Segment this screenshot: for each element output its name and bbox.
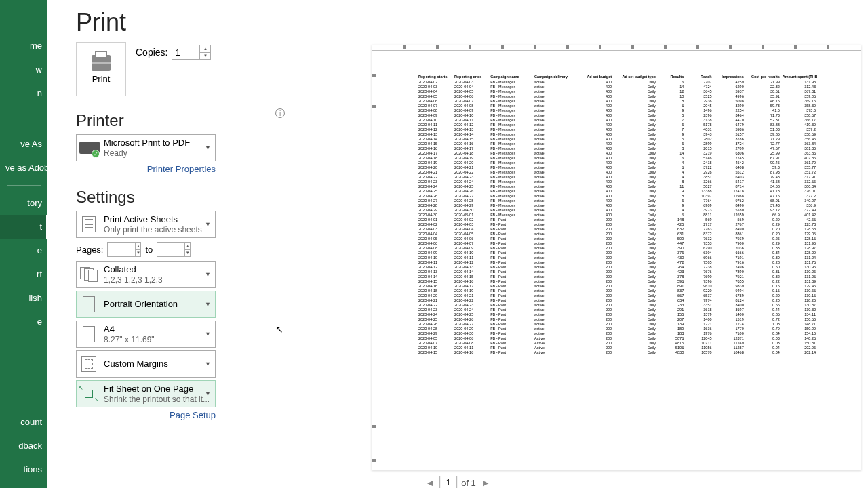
table-row: 2020-04-202020-04-21FB - Messagesactive4… — [417, 165, 817, 169]
table-row: 2020-04-262020-04-27FB - Messagesactive4… — [417, 193, 817, 198]
print-scope-picker[interactable]: Print Active SheetsOnly print the active… — [76, 211, 216, 238]
table-row: 2020-04-292020-04-30FB - Messagesactive4… — [417, 207, 817, 212]
table-row: 2020-04-152020-04-16FB - PostActive200Da… — [417, 350, 817, 354]
printer-picker[interactable]: ✓ Microsoft Print to PDFReady ▼ — [76, 134, 216, 161]
printer-icon — [92, 55, 111, 71]
sidebar-item[interactable]: tory — [0, 191, 47, 215]
table-row: 2020-04-232020-04-24FB - Postactive200Da… — [417, 307, 817, 312]
table-row: 2020-04-052020-04-06FB - Messagesactive4… — [417, 94, 817, 98]
preview-sheet: Reporting startsReporting endsCampaign n… — [417, 74, 817, 460]
table-row: 2020-04-162020-04-17FB - Postactive200Da… — [417, 283, 817, 288]
table-row: 2020-04-242020-04-25FB - Postactive200Da… — [417, 312, 817, 317]
table-row: 2020-04-072020-04-08FB - PostActive200Da… — [417, 340, 817, 345]
table-row: 2020-04-172020-04-18FB - Messagesactive4… — [417, 150, 817, 155]
printer-info-icon[interactable]: i — [275, 108, 285, 118]
pages-to-spinner[interactable]: ▲▼ — [157, 242, 191, 257]
table-row: 2020-04-212020-04-22FB - Messagesactive4… — [417, 169, 817, 174]
table-row: 2020-04-192020-04-20FB - Messagesactive4… — [417, 160, 817, 165]
sidebar-item[interactable]: ve as Adobe F — [0, 156, 47, 180]
sidebar-item[interactable]: count — [0, 410, 47, 434]
settings-heading: Settings — [76, 188, 279, 207]
table-row: 2020-04-292020-04-30FB - Postactive200Da… — [417, 331, 817, 336]
sidebar-item[interactable]: rt — [0, 262, 47, 286]
print-button[interactable]: Print — [76, 42, 126, 96]
prev-page-icon[interactable]: ◀ — [425, 477, 435, 489]
sidebar-item[interactable]: n — [0, 81, 47, 105]
chevron-down-icon: ▼ — [205, 221, 211, 228]
table-row: 2020-04-162020-04-17FB - Messagesactive4… — [417, 146, 817, 150]
table-row: 2020-04-122020-04-13FB - Messagesactive4… — [417, 127, 817, 131]
table-row: 2020-04-132020-04-14FB - Messagesactive4… — [417, 131, 817, 136]
copies-input[interactable] — [172, 45, 199, 59]
backstage-sidebar: mewnve Asve as Adobe Ftorytertlishe coun… — [0, 0, 47, 488]
table-row: 2020-04-182020-04-19FB - Postactive200Da… — [417, 288, 817, 293]
table-row: 2020-04-032020-04-04FB - Messagesactive4… — [417, 84, 817, 89]
table-row: 2020-04-262020-04-27FB - Postactive200Da… — [417, 321, 817, 326]
table-row: 2020-04-212020-04-22FB - Postactive200Da… — [417, 298, 817, 302]
print-preview: Reporting startsReporting endsCampaign n… — [372, 45, 861, 470]
table-row: 2020-04-252020-04-26FB - Messagesactive4… — [417, 188, 817, 193]
table-row: 2020-04-012020-04-02FB - Postactive200Da… — [417, 217, 817, 222]
orientation-picker[interactable]: Portrait Orientation ▼ — [76, 291, 216, 318]
sidebar-item[interactable]: lish — [0, 286, 47, 310]
spin-up-icon[interactable]: ▲ — [199, 45, 210, 53]
copies-spinner[interactable]: ▲▼ — [172, 45, 211, 60]
page-title: Print — [47, 0, 868, 42]
sidebar-item[interactable]: tions — [0, 458, 47, 481]
table-row: 2020-04-072020-04-08FB - Messagesactive4… — [417, 103, 817, 108]
sidebar-item[interactable]: e — [0, 310, 47, 333]
fit-page-icon: ↖↘ — [80, 386, 98, 401]
sheet-icon — [82, 216, 96, 232]
sidebar-item[interactable]: e — [0, 239, 47, 262]
table-row: 2020-04-142020-04-15FB - Postactive200Da… — [417, 274, 817, 279]
table-row: 2020-04-152020-04-16FB - Messagesactive4… — [417, 141, 817, 146]
sidebar-item[interactable]: dback — [0, 434, 47, 458]
table-row: 2020-04-242020-04-25FB - Messagesactive4… — [417, 184, 817, 188]
pages-from-input[interactable] — [108, 243, 135, 256]
print-view: Print Print Copies: ▲▼ Printer i ✓ Micro… — [47, 0, 868, 488]
table-row: 2020-04-082020-04-09FB - Messagesactive4… — [417, 108, 817, 113]
table-row: 2020-04-052020-04-06FB - Postactive200Da… — [417, 236, 817, 241]
collate-picker[interactable]: Collated1,2,3 1,2,3 1,2,3 ▼ — [76, 261, 216, 288]
printer-properties-link[interactable]: Printer Properties — [76, 164, 216, 174]
paper-size-picker[interactable]: A48.27" x 11.69" ▼ — [76, 321, 216, 348]
printer-heading: Printer — [76, 111, 279, 130]
page-number-input[interactable] — [439, 476, 457, 488]
table-row: 2020-04-052020-04-06FB - PostActive200Da… — [417, 336, 817, 340]
table-row: 2020-04-252020-04-26FB - Postactive200Da… — [417, 317, 817, 321]
table-row: 2020-04-022020-04-03FB - Postactive200Da… — [417, 222, 817, 226]
table-row: 2020-04-102020-04-11FB - Messagesactive4… — [417, 117, 817, 122]
table-row: 2020-04-142020-04-15FB - Messagesactive4… — [417, 136, 817, 141]
page-setup-link[interactable]: Page Setup — [76, 410, 216, 420]
pages-to-input[interactable] — [157, 243, 184, 256]
pages-from-spinner[interactable]: ▲▼ — [107, 242, 141, 257]
sidebar-item[interactable]: t — [0, 215, 47, 239]
scaling-picker[interactable]: ↖↘ Fit Sheet on One PageShrink the print… — [76, 380, 216, 407]
table-row: 2020-04-132020-04-14FB - Postactive200Da… — [417, 269, 817, 274]
table-row: 2020-04-202020-04-21FB - Postactive200Da… — [417, 293, 817, 298]
table-row: 2020-04-102020-04-11FB - PostActive200Da… — [417, 345, 817, 350]
sidebar-item[interactable]: me — [0, 34, 47, 58]
table-row: 2020-04-112020-04-12FB - Postactive200Da… — [417, 260, 817, 264]
sidebar-item[interactable]: w — [0, 58, 47, 81]
next-page-icon[interactable]: ▶ — [480, 477, 491, 489]
paper-icon — [83, 326, 95, 342]
table-row: 2020-04-232020-04-24FB - Messagesactive4… — [417, 179, 817, 184]
printer-status-icon: ✓ — [79, 139, 98, 157]
table-row: 2020-04-112020-04-12FB - Messagesactive4… — [417, 122, 817, 127]
margins-icon — [81, 356, 96, 372]
ruler-vertical — [372, 45, 376, 470]
ruler-horizontal — [372, 45, 861, 51]
table-row: 2020-04-022020-04-03FB - Messagesactive4… — [417, 79, 817, 84]
sidebar-item[interactable] — [0, 119, 47, 132]
table-row: 2020-04-222020-04-23FB - Postactive200Da… — [417, 302, 817, 307]
spin-down-icon[interactable]: ▼ — [199, 53, 210, 60]
portrait-icon — [83, 296, 95, 312]
table-row: 2020-04-272020-04-28FB - Messagesactive4… — [417, 198, 817, 203]
sidebar-item[interactable]: ve As — [0, 132, 47, 156]
sidebar-item[interactable] — [0, 105, 47, 119]
chevron-down-icon: ▼ — [205, 144, 211, 151]
margins-picker[interactable]: Custom Margins ▼ — [76, 350, 216, 378]
table-row: 2020-04-302020-05-01FB - Messagesactive4… — [417, 212, 817, 217]
table-row: 2020-04-032020-04-04FB - Postactive200Da… — [417, 226, 817, 231]
